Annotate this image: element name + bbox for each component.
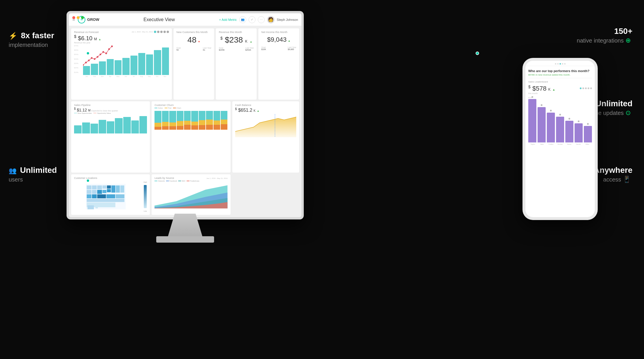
- svg-rect-17: [87, 190, 92, 194]
- svg-rect-30: [116, 194, 124, 198]
- mobile-icon: 📱: [623, 175, 631, 184]
- dot3: [160, 31, 163, 33]
- phone: Who are our top performers this month? $…: [522, 58, 598, 220]
- svg-rect-28: [97, 194, 106, 198]
- new-customers-meta: Goal50 Last Year61: [176, 47, 211, 51]
- callout-users: 👥 Unlimited users: [9, 165, 57, 184]
- pipeline-title: Sales Pipeline: [74, 104, 147, 107]
- svg-rect-20: [102, 190, 106, 193]
- churn-title: Customer Churn: [154, 104, 227, 107]
- svg-rect-25: [120, 186, 124, 193]
- pipeline-value: $ $1.12 M Expected to close this quarter: [74, 107, 147, 112]
- cash-card: Cash Balance $ $651.2 K ▲: [232, 101, 299, 173]
- svg-rect-16: [102, 186, 106, 189]
- revenue-month-meta: Goal$245K Last Year$252K: [219, 47, 254, 51]
- svg-rect-14: [92, 186, 97, 190]
- svg-rect-15: [97, 186, 102, 190]
- add-metric-button[interactable]: + Add Metric: [219, 18, 237, 21]
- svg-point-9: [108, 48, 110, 50]
- color-gradient: [144, 185, 147, 208]
- revenue-sub: Revenue this year: [74, 42, 169, 44]
- close-dot: [72, 16, 75, 19]
- avatar: 🧑: [267, 16, 275, 23]
- clock-icon: ⊙: [625, 109, 631, 117]
- svg-rect-34: [95, 206, 98, 208]
- new-customers-trend: ▼: [198, 40, 200, 43]
- map-container: High Low: [74, 181, 147, 213]
- svg-point-1: [85, 62, 87, 63]
- svg-rect-18: [92, 190, 97, 194]
- svg-rect-23: [111, 186, 115, 193]
- leads-title: Leads by Source: [154, 177, 174, 179]
- phone-kpi: $ $578 K ▲: [528, 85, 555, 92]
- svg-rect-27: [92, 194, 97, 198]
- phone-header: [525, 61, 595, 66]
- annotation-dot-1: [86, 52, 90, 55]
- svg-rect-13: [87, 186, 92, 190]
- svg-rect-29: [106, 194, 115, 198]
- users-icon: 👥: [9, 167, 16, 175]
- cash-value: $ $651.2 K ▲: [235, 107, 296, 113]
- svg-point-10: [111, 45, 113, 47]
- locations-title: Customer Locations: [74, 177, 147, 179]
- dot2: [157, 31, 159, 33]
- check-icon[interactable]: ✓: [249, 16, 255, 23]
- annotation-dot-4: [86, 179, 90, 182]
- revenue-date: Jan 1, 2016 - May 31, 2016: [132, 31, 153, 33]
- svg-point-5: [97, 56, 98, 58]
- maximize-dot: [81, 16, 84, 19]
- color-scale: High Low: [143, 181, 147, 213]
- phone-sub: $578K in new revenue added this month.: [528, 74, 592, 76]
- svg-point-3: [91, 57, 93, 59]
- svg-rect-33: [87, 205, 94, 209]
- phone-metric-dots: [580, 87, 592, 89]
- annotation-dot-2: [476, 52, 479, 55]
- leads-legend: Adwords Facebook SEO: [154, 180, 227, 182]
- callout-integrations: 150+ native integrations ⊕: [577, 26, 632, 45]
- dashboard-row-2: Sales Pipeline $ $1.12 M Expected to clo…: [71, 101, 299, 173]
- monitor-dots: [72, 16, 84, 19]
- dashboard: Revenue vs Forecast Jan 1, 2016 - May 31…: [69, 26, 301, 217]
- leads-card: Leads by Source Jan 1, 2016 - May 31, 20…: [152, 174, 230, 215]
- monitor-body: ≡ ∞ GROW Executive View + Add Metric 👥 ✓…: [67, 11, 304, 219]
- page-title: Executive View: [102, 17, 216, 22]
- phone-content: Who are our top performers this month? $…: [525, 66, 595, 217]
- locations-card: Customer Locations: [71, 174, 150, 215]
- revenue-card: Revenue vs Forecast Jan 1, 2016 - May 31…: [71, 28, 172, 100]
- leads-chart: [154, 182, 227, 208]
- monitor-base: [156, 236, 214, 243]
- svg-point-8: [105, 52, 107, 54]
- more-icon[interactable]: ⋯: [258, 16, 265, 23]
- revenue-month-title: Revenue this Month: [219, 31, 254, 34]
- monitor: ≡ ∞ GROW Executive View + Add Metric 👥 ✓…: [67, 11, 304, 254]
- new-customers-card: New Customers this Month 48 ▼ Goal50 Las…: [174, 28, 214, 100]
- revenue-value: $ $6.10 M ▲: [74, 34, 169, 42]
- churn-legend: Active Trial Churn: [154, 107, 227, 109]
- svg-rect-24: [116, 186, 120, 193]
- monitor-screen: ≡ ∞ GROW Executive View + Add Metric 👥 ✓…: [69, 13, 301, 217]
- pipeline-chart: [74, 115, 147, 135]
- leaderboard: $7m TaylorJakeColtenJordanJasonJacobMike: [528, 97, 592, 145]
- cash-title: Cash Balance: [235, 104, 296, 107]
- dot1: [154, 31, 156, 33]
- svg-point-4: [94, 58, 95, 60]
- team-icon[interactable]: 👥: [239, 16, 246, 23]
- cash-chart: [235, 114, 296, 137]
- net-income-title: Net Income this Month: [261, 31, 296, 34]
- minimize-dot: [77, 16, 80, 19]
- pipeline-card: Sales Pipeline $ $1.12 M Expected to clo…: [71, 101, 150, 173]
- churn-card: Customer Churn Active Trial: [152, 101, 230, 173]
- phone-dots: [555, 63, 566, 65]
- svg-rect-22: [107, 189, 111, 192]
- svg-point-6: [100, 54, 101, 55]
- revenue-title: Revenue vs Forecast: [74, 31, 99, 34]
- revenue-month-card: Revenue this Month $ $238 K ▲ Goal$245K …: [216, 28, 257, 100]
- svg-rect-21: [107, 186, 111, 189]
- us-map: [74, 181, 142, 213]
- chart-dots: [154, 31, 169, 33]
- phone-question: Who are our top performers this month?: [528, 69, 592, 73]
- dot5: [167, 31, 169, 33]
- net-income-value: $9,043: [267, 36, 286, 43]
- svg-rect-31: [87, 199, 124, 202]
- dot4: [163, 31, 166, 33]
